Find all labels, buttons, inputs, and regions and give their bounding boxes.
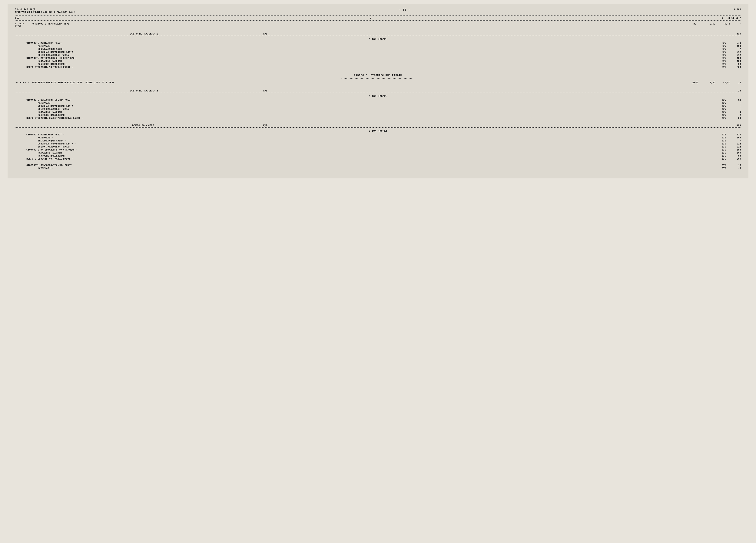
cost-row-1-1: МАТЕРИАЛЫ - РУБ 169	[38, 45, 741, 48]
cost-row-2-6: ВСЕГО,СТОИМОСТЬ ОБЬЕСТРОИТЕЛЬНЫХ РАБОТ -…	[26, 117, 741, 120]
cost-row-2-0: СТОИМОСТЬ ОБЬЕСТРОИТЕЛЬНЫХ РАБОТ - ДУБ 1…	[26, 99, 741, 101]
item-10-desc: «МАСЛЯНАЯ ОКРАСКА ТРУБОПРОВОАА ДИАМ, БОЛ…	[32, 81, 688, 84]
cost-row-4-1: МАТЕРИАЛЫ - ДУБ •9	[38, 167, 741, 170]
page-number: - 30 -	[399, 8, 411, 11]
total-1-unit: РУБ	[258, 32, 273, 35]
total-2-row: ВСЕГО ПО РАЗДЕЛУ 2 РУБ 23	[15, 89, 741, 92]
col-h2: 1	[16, 17, 18, 19]
in-that-number-1: В ТОМ ЧИСЛЕ:	[15, 38, 741, 41]
cost-row-1-0: СТОИМОСТЬ МОНТАЖНЫХ РАБОТ - РУБ 573	[26, 42, 741, 45]
cost-row-2-2: ОСНОВНАЯ ЗАРАБОТНАЯ ПЛАТА - ДУБ •	[38, 105, 741, 108]
item-10-total: 18	[731, 81, 741, 84]
header: 704-1-240.88(7) ПРОГРАММНЫЙ КОМПЛЕКС АВС…	[15, 8, 741, 13]
cost-row-3-2: ВКСПЛУАТАЦИЯ МАШИН - ДУБ 7	[38, 140, 741, 142]
column-header-container: 1 1 2 3 1 4 1 5 1 6 1 7	[15, 15, 741, 21]
item-9-num: 9; 2615	[15, 23, 30, 25]
item-9-section: 9; 2615 СТР96 «СТОИМОСТЬ ПЕРФОРАЦИИ ТРУБ…	[15, 23, 741, 27]
in-that-number-3: В ТОМ ЧИСЛЕ:	[15, 130, 741, 132]
item-10-row: 10; Е15-613 «МАСЛЯНАЯ ОКРАСКА ТРУБОПРОВО…	[15, 81, 741, 84]
cost-row-3-7: ПЛАНОВЫЕ НАКОПЛЕНИЯ - ДУБ 58	[38, 155, 741, 157]
cost-table-4: СТОИМОСТЬ ОБЬЕСТРОИТЕЛЬНЫХ РАБОТ - ДУБ 1…	[26, 164, 741, 170]
page: 704-1-240.88(7) ПРОГРАММНЫЙ КОМПЛЕКС АВС…	[8, 4, 748, 178]
cost-row-3-1: МАТЕРИАЛЫ - ДУБ 169	[38, 137, 741, 139]
col-h8: 1 7	[737, 17, 741, 19]
item-9-numcode: 9; 2615 СТР96	[15, 23, 30, 27]
cost-row-2-1: МАТЕРИАЛЫ - ДУБ •	[38, 102, 741, 104]
item-9-code: СТР96	[15, 25, 30, 27]
cost-row-1-7: ПЛАНОВЫЕ НАКОПЛЕНИЯ - РУБ 58	[38, 63, 741, 66]
total-1-label: ВСЕГО ПО РАЗДЕЛУ 1	[30, 32, 258, 35]
item-9-desc: «СТОИМОСТЬ ПЕРФОРАЦИИ ТРУБ	[32, 23, 688, 25]
cost-row-1-2: ВКСПЛУАТАЦИЯ МАШИН - РУБ 7	[38, 48, 741, 51]
total-2-unit: РУБ	[258, 89, 273, 92]
cost-row-3-3: ОСНОВНАЯ ЗАРАБОТНАЯ ПЛАТА - ДУБ 212	[38, 143, 741, 145]
cost-row-1-4: ВСЕГО ЗАРАБОТНАЯ ПЛАТА- РУБ 212	[38, 54, 741, 57]
cost-row-3-0: СТОИМОСТЬ МОНТАЖНЫХ РАБОТ - ДУБ 573	[26, 134, 741, 136]
cost-table-2: СТОИМОСТЬ ОБЬЕСТРОИТЕЛЬНЫХ РАБОТ - ДУБ 1…	[26, 99, 741, 120]
item-9-unit: М2	[689, 23, 701, 25]
total-2-label: ВСЕГО ПО РАЗДЕЛУ 2	[30, 89, 258, 92]
ref-number: 91186	[734, 8, 741, 11]
item-10-unit: 100М2	[689, 81, 701, 84]
divider-1	[15, 36, 741, 36]
cost-row-2-3: ВСЕГО ЗАРАБОТНАЯ ПЛАТА- ДУБ •	[38, 108, 741, 111]
in-that-number-2: В ТОМ ЧИСЛЕ:	[15, 95, 741, 98]
item-9-qty: 0,00	[702, 23, 715, 25]
item-10-section: 10; Е15-613 «МАСЛЯНАЯ ОКРАСКА ТРУБОПРОВО…	[15, 81, 741, 84]
cost-table-1: СТОИМОСТЬ МОНТАЖНЫХ РАБОТ - РУБ 573 МАТЕ…	[26, 42, 741, 69]
cost-row-1-8: ВСЕГО,СТОИМОСТЬ МОНТАЖНЫХ РАБОТ - РУБ 80…	[26, 66, 741, 69]
cost-row-3-6: НАКЛАДНЫЕ РАСХОДЫ - ДУБ 169	[38, 152, 741, 154]
item-10-qty: 0,62	[702, 81, 715, 84]
cost-table-3: СТОИМОСТЬ МОНТАЖНЫХ РАБОТ - ДУБ 573 МАТЕ…	[26, 134, 741, 160]
section-2-divider: ••••••••••••••••••••••••••••••••••••••••…	[15, 78, 741, 80]
cost-row-1-6: НАКЛАДНЫЕ РАСХОДЫ - РУБ 169	[38, 60, 741, 63]
col-h7: 1 6	[733, 17, 737, 19]
cost-row-3-8: ВСЕГО,СТОИМОСТЬ МОНТАЖНЫХ РАБОТ - ДУБ 80…	[26, 158, 741, 160]
col-h4: 3	[19, 17, 722, 19]
divider-3	[15, 127, 741, 128]
section-2-title: РАЗДЕЛ 2. СТРОИТЕЛЬНЫЕ РАБОТЫ	[15, 74, 741, 77]
col-h3: 2	[18, 17, 19, 19]
cost-row-3-4: ВСЕГО ЗАРАБОТНАЯ ПЛАТА- ДУБ 212	[38, 146, 741, 148]
cost-row-1-3: ОСНОВНАЯ ЗАРАБОТНАЯ ПЛАТА - РУБ 212	[38, 51, 741, 54]
cost-row-4-0: СТОИМОСТЬ ОБЬЕСТРОИТЕЛЬНЫХ РАБОТ - ДУБ 1…	[26, 164, 741, 167]
total-estimate-label: ВСЕГО ПО СМЕТЕ:	[30, 124, 258, 127]
col-h5: 1 4	[722, 17, 729, 19]
cost-row-3-5: СТОИМОСТЬ МАТЕРИАЛОВ И КОНСТРУКЦИЯ - ДУБ…	[26, 149, 741, 151]
item-9-total: •	[731, 23, 741, 25]
doc-number: 704-1-240.88(7) ПРОГРАММНЫЙ КОМПЛЕКС АВС…	[15, 8, 75, 13]
divider-2	[15, 93, 741, 93]
item-9-price: 0,75	[717, 23, 730, 25]
total-estimate-unit: ДУБ	[258, 124, 273, 127]
cost-row-2-4: НАКЛАДНЫЕ РАСХОДЫ - ДУБ 3	[38, 111, 741, 114]
cost-row-1-5: СТОИМОСТЬ МАТЕРИАЛОВ И КОНСТРУКЦИЯ - РУБ…	[26, 57, 741, 60]
col-h1: 1	[15, 17, 16, 19]
total-estimate-value: 823	[728, 124, 741, 127]
total-estimate-row: ВСЕГО ПО СМЕТЕ: ДУБ 823	[15, 124, 741, 127]
total-1-row: ВСЕГО ПО РАЗДЕЛУ 1 РУБ 800	[15, 32, 741, 35]
item-10-num: 10; Е15-613	[15, 81, 30, 84]
total-1-value: 800	[728, 32, 741, 35]
column-headers: 1 1 2 3 1 4 1 5 1 6 1 7	[15, 16, 741, 20]
item-9-row: 9; 2615 СТР96 «СТОИМОСТЬ ПЕРФОРАЦИИ ТРУБ…	[15, 23, 741, 27]
col-h6: 1 5	[729, 17, 733, 19]
total-2-value: 23	[728, 89, 741, 92]
item-10-price: 43,50	[717, 81, 730, 84]
cost-row-2-5: ПЛАНОВЫЕ НАКОПЛЕНИЯ - ДУБ 2	[38, 114, 741, 117]
